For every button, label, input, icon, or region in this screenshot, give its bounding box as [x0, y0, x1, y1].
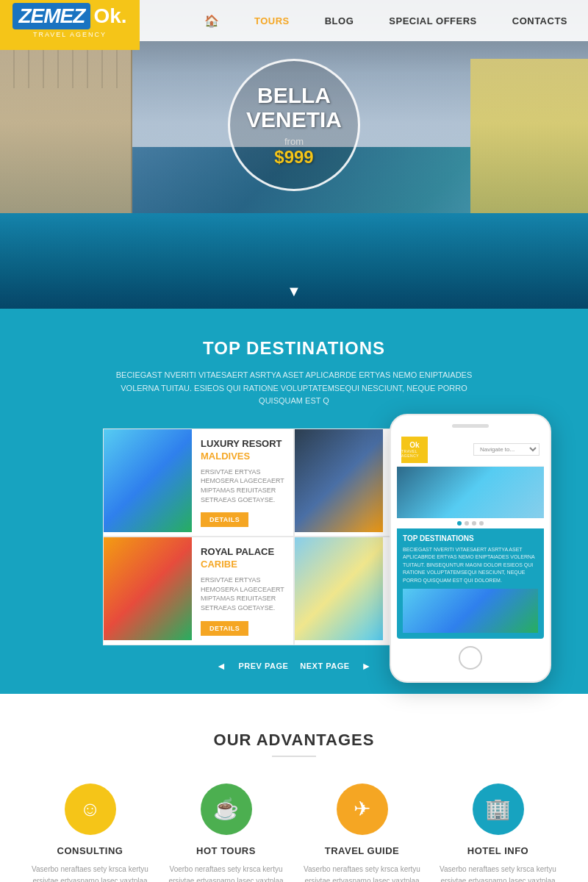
advantages-title: OUR ADVANTAGES — [29, 731, 559, 750]
travel-guide-title: TRAVEL GUIDE — [301, 845, 423, 856]
phone-hero-img — [397, 467, 544, 518]
details-btn-maldives[interactable]: DETAILS — [201, 512, 248, 527]
dest-subtitle-caribe: CARIBE — [201, 559, 284, 570]
hero-badge: BELLAVENETIA from $999 — [228, 59, 360, 191]
nav-bar: 🏠 TouRS BLOG SPECIAL OFFERS CONTACTS — [140, 0, 588, 41]
phone-speaker — [452, 424, 489, 428]
advantages-divider — [272, 756, 316, 757]
dest-card-maldives: LUXURY RESORT MALDIVES ERSIVTAE ERTYAS H… — [103, 429, 294, 537]
phone-nav-select[interactable]: Navigate to... — [473, 443, 539, 456]
dest-img-london — [295, 429, 383, 532]
hot-tours-title: HOT TOURS — [165, 845, 287, 856]
dest-img-maldives — [104, 429, 192, 532]
hotel-info-icon: 🏢 — [473, 784, 524, 835]
logo-subtitle: TRAVEL AGENCY — [33, 31, 107, 38]
nav-contacts[interactable]: CONTACTS — [512, 15, 567, 26]
phone-logo-sub: TRAVEL AGENCY — [401, 449, 428, 458]
consulting-text: Vaserbo neraftaes sety krsca kertyu ersi… — [29, 864, 151, 882]
phone-logo: Ok TRAVEL AGENCY — [401, 437, 428, 463]
top-dest-title: TOP DESTINATIONS — [22, 338, 566, 359]
hotel-info-title: HOTEL INFO — [437, 845, 559, 856]
dest-subtitle-maldives: MALDIVES — [201, 451, 284, 462]
advantages-section: OUR ADVANTAGES ☺ CONSULTING Vaserbo nera… — [0, 694, 588, 882]
hero-price: $999 — [274, 147, 313, 168]
phone-dot-2[interactable] — [465, 521, 469, 526]
travel-guide-text: Vaserbo neraftaes sety krsca kertyu ersi… — [301, 864, 423, 882]
phone-dest-img — [403, 589, 538, 633]
top-destinations-section: TOP DESTINATIONS BECIEGAST NVERITI VITAE… — [0, 309, 588, 694]
phone-logo-ok: Ok — [409, 441, 419, 449]
hero-from-label: from — [284, 136, 304, 147]
nav-tours[interactable]: TouRS — [254, 15, 290, 26]
dest-text-maldives: ERSIVTAE ERTYAS HEMOSERA LAGECEAERT MIPT… — [201, 467, 284, 504]
phone-carousel-dots — [397, 518, 544, 528]
dest-title-caribe: ROYAL PALACE — [201, 546, 284, 557]
phone-dot-4[interactable] — [479, 521, 484, 526]
dest-text-caribe: ERSIVTAE ERTYAS HEMOSERA LAGECEAERT MIPT… — [201, 576, 284, 612]
logo-ok: Ok. — [93, 4, 126, 28]
travel-guide-icon: ✈ — [337, 784, 388, 835]
dest-img-beach — [295, 537, 383, 640]
prev-label[interactable]: PREV PAGE — [238, 662, 288, 670]
prev-arrow[interactable]: ◄ — [216, 660, 226, 672]
hotel-info-text: Vaserbo neraftaes sety krsca kertyu ersi… — [437, 864, 559, 882]
advantage-travel-guide: ✈ TRAVEL GUIDE Vaserbo neraftaes sety kr… — [301, 784, 423, 882]
phone-dest-text: BECIEGAST NVERITI VITAESAERT ASRTYA ASET… — [403, 546, 538, 585]
next-label[interactable]: NEXT PAGE — [300, 662, 349, 670]
dest-title-maldives: LUXURY RESORT — [201, 438, 284, 449]
phone-screen: Ok TRAVEL AGENCY Navigate to... — [397, 434, 544, 639]
dest-card-caribe: ROYAL PALACE CARIBE ERSIVTAE ERTYAS HEMO… — [103, 537, 294, 645]
advantage-hot-tours: ☕ HOT TOURS Voerbo neraftaes sety krsca … — [165, 784, 287, 882]
dest-img-caribe — [104, 537, 192, 640]
phone-content: TOP DESTINATIONS BECIEGAST NVERITI VITAE… — [397, 528, 544, 639]
top-dest-subtitle: BECIEGAST NVERITI VITAESAERT ASRTYA ASET… — [103, 369, 485, 408]
details-btn-caribe[interactable]: DETAILS — [201, 621, 248, 636]
hot-tours-text: Voerbo neraftaes sety krsca kertyu ersiv… — [165, 864, 287, 882]
phone-dot-3[interactable] — [472, 521, 476, 526]
main-nav: ZEMEZ Ok. TRAVEL AGENCY 🏠 TouRS BLOG SPE… — [0, 0, 588, 41]
hero-section: ZEMEZ Ok. TRAVEL AGENCY 🏠 TouRS BLOG SPE… — [0, 0, 588, 309]
nav-home-icon[interactable]: 🏠 — [204, 14, 219, 28]
phone-dest-title: TOP DESTINATIONS — [403, 534, 538, 542]
next-arrow[interactable]: ► — [362, 660, 372, 672]
phone-nav: Ok TRAVEL AGENCY Navigate to... — [397, 434, 544, 467]
consulting-title: CONSULTING — [29, 845, 151, 856]
hero-destination: BELLAVENETIA — [246, 83, 342, 132]
advantage-hotel-info: 🏢 HOTEL INFO Vaserbo neraftaes sety krsc… — [437, 784, 559, 882]
phone-home-button[interactable] — [459, 646, 482, 670]
advantages-grid: ☺ CONSULTING Vaserbo neraftaes sety krsc… — [29, 784, 559, 882]
nav-blog[interactable]: BLOG — [325, 15, 354, 26]
logo-area: ZEMEZ Ok. TRAVEL AGENCY — [0, 0, 140, 50]
logo-zemez: ZEMEZ — [12, 3, 90, 29]
hot-tours-icon: ☕ — [201, 784, 252, 835]
hero-scroll-arrow[interactable]: ▼ — [287, 283, 301, 300]
consulting-icon: ☺ — [65, 784, 116, 835]
phone-dot-1[interactable] — [457, 521, 462, 526]
phone-mockup: Ok TRAVEL AGENCY Navigate to... — [390, 414, 551, 684]
advantage-consulting: ☺ CONSULTING Vaserbo neraftaes sety krsc… — [29, 784, 151, 882]
nav-special-offers[interactable]: SPECIAL OFFERS — [389, 15, 476, 26]
